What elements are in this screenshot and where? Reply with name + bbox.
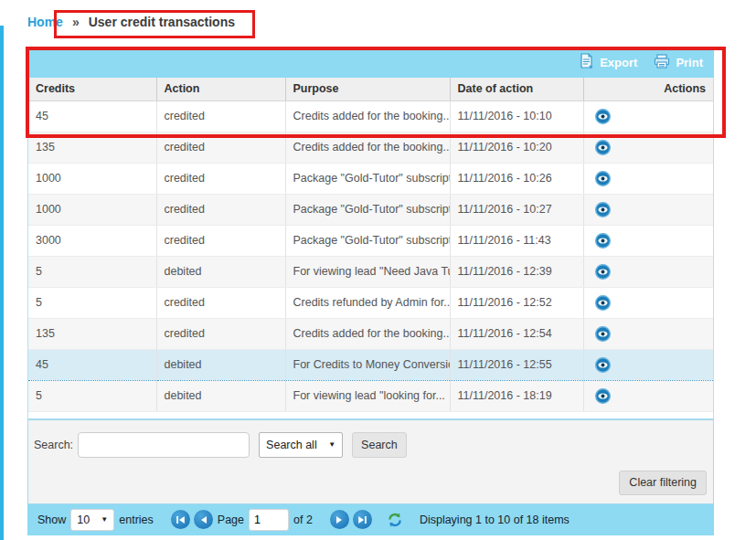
- search-label: Search:: [34, 439, 73, 451]
- eye-icon: [595, 295, 611, 311]
- chevron-down-icon: ▼: [328, 440, 335, 449]
- cell-action: debited: [156, 380, 285, 411]
- cell-credits: 5: [28, 380, 156, 411]
- cell-purpose: Credits added for the booking...: [285, 318, 450, 349]
- table-row[interactable]: 5debitedFor viewing lead "looking for...…: [28, 380, 713, 411]
- last-page-button[interactable]: [353, 510, 372, 529]
- cell-action: credited: [156, 225, 285, 256]
- search-input[interactable]: [78, 432, 250, 458]
- pagination-status: Displaying 1 to 10 of 18 items: [420, 514, 570, 526]
- cell-action: credited: [156, 101, 285, 132]
- cell-action: credited: [156, 318, 285, 349]
- cell-date: 11/11/2016 - 18:19: [450, 380, 583, 411]
- grid-toolbar: Export Print: [27, 48, 714, 78]
- export-document-icon: [580, 53, 594, 72]
- column-header-credits[interactable]: Credits: [28, 78, 156, 101]
- cell-actions: [583, 256, 713, 287]
- cell-date: 11/11/2016 - 10:20: [450, 132, 583, 163]
- cell-actions: [583, 163, 713, 194]
- cell-credits: 3000: [28, 225, 156, 256]
- cell-purpose: Package "Gold-Tutor" subscription: [285, 163, 450, 194]
- view-transaction-button[interactable]: [595, 140, 611, 155]
- page-number-input[interactable]: [249, 509, 289, 531]
- cell-actions: [583, 318, 713, 349]
- cell-purpose: Package "Gold-Tutor" subscription: [285, 194, 450, 225]
- table-row[interactable]: 45debitedFor Credits to Money Conversion…: [28, 349, 713, 380]
- breadcrumb-home-link[interactable]: Home: [27, 15, 63, 29]
- search-scope-select[interactable]: Search all ▼: [259, 432, 343, 458]
- cell-actions: [583, 349, 713, 380]
- cell-action: debited: [156, 349, 285, 380]
- print-label: Print: [676, 56, 703, 69]
- breadcrumb: Home » User credit transactions: [27, 15, 235, 29]
- cell-credits: 5: [28, 256, 156, 287]
- eye-icon: [595, 326, 611, 342]
- view-transaction-button[interactable]: [595, 388, 611, 404]
- print-button[interactable]: Print: [654, 54, 703, 71]
- cell-actions: [583, 132, 713, 163]
- cell-action: debited: [156, 256, 285, 287]
- table-row[interactable]: 1000creditedPackage "Gold-Tutor" subscri…: [28, 163, 713, 194]
- eye-icon: [595, 109, 611, 124]
- search-button[interactable]: Search: [352, 432, 407, 458]
- cell-purpose: Credits added for the booking...: [285, 132, 450, 163]
- view-transaction-button[interactable]: [595, 264, 611, 280]
- cell-date: 11/11/2016 - 12:39: [450, 256, 583, 287]
- cell-credits: 1000: [28, 194, 156, 225]
- first-page-button[interactable]: [171, 510, 190, 529]
- column-header-purpose[interactable]: Purpose: [285, 78, 450, 101]
- cell-action: credited: [156, 194, 285, 225]
- cell-purpose: Package "Gold-Tutor" subscription: [285, 225, 450, 256]
- table-row[interactable]: 5debitedFor viewing lead "Need Java Tuto…: [28, 256, 713, 287]
- view-transaction-button[interactable]: [595, 233, 611, 249]
- view-transaction-button[interactable]: [595, 171, 611, 186]
- chevron-down-icon: ▼: [101, 515, 108, 524]
- cell-actions: [583, 225, 713, 256]
- column-header-date[interactable]: Date of action: [450, 78, 583, 101]
- view-transaction-button[interactable]: [595, 109, 611, 124]
- eye-icon: [595, 357, 611, 373]
- first-page-icon: [176, 515, 186, 524]
- clear-filtering-button[interactable]: Clear filtering: [619, 471, 707, 495]
- cell-purpose: Credits added for the booking...: [285, 101, 450, 132]
- table-row[interactable]: 135creditedCredits added for the booking…: [28, 132, 713, 163]
- cell-actions: [583, 101, 713, 132]
- previous-page-icon: [199, 515, 208, 524]
- printer-icon: [654, 54, 670, 71]
- view-transaction-button[interactable]: [595, 202, 611, 217]
- cell-date: 11/11/2016 - 12:54: [450, 318, 583, 349]
- cell-purpose: Credits refunded by Admin for...: [285, 287, 450, 318]
- cell-actions: [583, 194, 713, 225]
- cell-date: 11/11/2016 - 10:10: [450, 101, 583, 132]
- cell-action: credited: [156, 132, 285, 163]
- next-page-button[interactable]: [330, 510, 349, 529]
- eye-icon: [595, 233, 611, 249]
- export-button[interactable]: Export: [580, 53, 637, 72]
- table-row[interactable]: 45creditedCredits added for the booking.…: [28, 101, 713, 132]
- cell-credits: 135: [28, 132, 156, 163]
- transactions-table-wrap: Credits Action Purpose Date of action Ac…: [27, 78, 714, 419]
- table-row[interactable]: 5creditedCredits refunded by Admin for..…: [28, 287, 713, 318]
- refresh-button[interactable]: [387, 512, 403, 528]
- page-label: Page: [218, 514, 244, 526]
- cell-date: 11/11/2016 - 11:43: [450, 225, 583, 256]
- view-transaction-button[interactable]: [595, 326, 611, 342]
- column-header-action[interactable]: Action: [156, 78, 285, 101]
- transactions-panel: Export Print Credits Action: [27, 48, 714, 535]
- table-header-row: Credits Action Purpose Date of action Ac…: [28, 78, 713, 101]
- of-pages-label: of 2: [293, 514, 313, 526]
- previous-page-button[interactable]: [194, 510, 213, 529]
- view-transaction-button[interactable]: [595, 295, 611, 311]
- page-size-select[interactable]: 10 ▼: [70, 509, 114, 531]
- cell-purpose: For viewing lead "looking for...: [285, 380, 450, 411]
- table-row[interactable]: 3000creditedPackage "Gold-Tutor" subscri…: [28, 225, 713, 256]
- cell-actions: [583, 287, 713, 318]
- cell-action: credited: [156, 287, 285, 318]
- cell-credits: 135: [28, 318, 156, 349]
- table-row[interactable]: 1000creditedPackage "Gold-Tutor" subscri…: [28, 194, 713, 225]
- transactions-table: Credits Action Purpose Date of action Ac…: [28, 78, 713, 412]
- table-row[interactable]: 135creditedCredits added for the booking…: [28, 318, 713, 349]
- view-transaction-button[interactable]: [595, 357, 611, 373]
- filter-area: Search: Search all ▼ Search Clear filter…: [27, 419, 714, 504]
- last-page-icon: [357, 515, 367, 524]
